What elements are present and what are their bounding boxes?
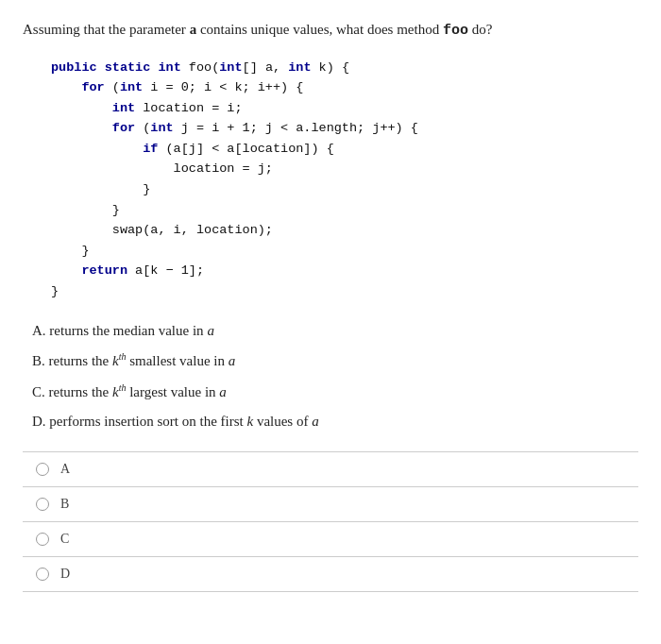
radio-row-c[interactable]: C — [23, 522, 638, 557]
answer-c: C. returns the kth largest value in a — [32, 380, 638, 405]
answer-a: A. returns the median value in a — [32, 319, 638, 344]
radio-row-a[interactable]: A — [23, 452, 638, 487]
question-text: Assuming that the parameter a contains u… — [23, 19, 638, 42]
answer-d: D. performs insertion sort on the first … — [32, 410, 638, 434]
radio-d[interactable] — [36, 568, 49, 581]
radio-label-a: A — [60, 462, 70, 477]
radio-c[interactable] — [36, 533, 49, 546]
code-block: public static int foo(int[] a, int k) { … — [51, 58, 638, 302]
radio-label-b: B — [60, 497, 69, 512]
radio-row-d[interactable]: D — [23, 557, 638, 592]
radio-options: A B C D — [23, 451, 638, 592]
radio-label-c: C — [60, 532, 69, 547]
answer-b: B. returns the kth smallest value in a — [32, 348, 638, 374]
answers-section: A. returns the median value in a B. retu… — [32, 319, 638, 434]
radio-a[interactable] — [36, 463, 49, 476]
radio-label-d: D — [60, 567, 70, 582]
radio-row-b[interactable]: B — [23, 487, 638, 522]
radio-b[interactable] — [36, 498, 49, 511]
